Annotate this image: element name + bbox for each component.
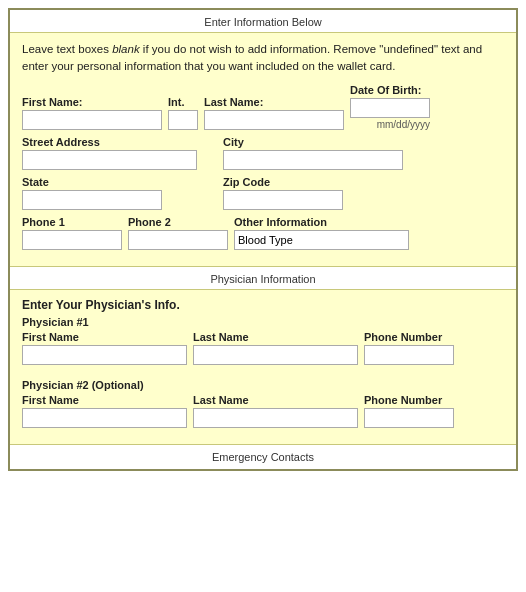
state-input[interactable] bbox=[22, 190, 162, 210]
phys1-first-input[interactable] bbox=[22, 345, 187, 365]
dob-input[interactable] bbox=[350, 98, 430, 118]
phys2-first-input[interactable] bbox=[22, 408, 187, 428]
physician-header: Physician Information bbox=[210, 273, 315, 285]
city-input[interactable] bbox=[223, 150, 403, 170]
phys1-phone-label: Phone Number bbox=[364, 331, 454, 343]
int-label: Int. bbox=[168, 96, 198, 108]
physician1-label: Physician #1 bbox=[22, 316, 504, 328]
zip-label: Zip Code bbox=[223, 176, 343, 188]
int-input[interactable] bbox=[168, 110, 198, 130]
phone1-input[interactable] bbox=[22, 230, 122, 250]
last-name-label: Last Name: bbox=[204, 96, 344, 108]
state-label: State bbox=[22, 176, 162, 188]
emergency-header: Emergency Contacts bbox=[212, 451, 314, 463]
phys2-first-label: First Name bbox=[22, 394, 187, 406]
physician-intro: Enter Your Physician's Info. bbox=[22, 298, 504, 312]
city-label: City bbox=[223, 136, 403, 148]
phys1-phone-input[interactable] bbox=[364, 345, 454, 365]
phys1-last-label: Last Name bbox=[193, 331, 358, 343]
phys1-last-input[interactable] bbox=[193, 345, 358, 365]
phone2-label: Phone 2 bbox=[128, 216, 228, 228]
dob-hint: mm/dd/yyyy bbox=[350, 119, 430, 130]
street-label: Street Address bbox=[22, 136, 197, 148]
page-title: Enter Information Below bbox=[204, 16, 321, 28]
zip-input[interactable] bbox=[223, 190, 343, 210]
first-name-input[interactable] bbox=[22, 110, 162, 130]
phys2-phone-label: Phone Number bbox=[364, 394, 454, 406]
dob-label: Date Of Birth: bbox=[350, 84, 430, 96]
phys2-last-input[interactable] bbox=[193, 408, 358, 428]
instructions-text: Leave text boxes blank if you do not wis… bbox=[22, 41, 504, 76]
street-input[interactable] bbox=[22, 150, 197, 170]
phone2-input[interactable] bbox=[128, 230, 228, 250]
physician2-label: Physician #2 (Optional) bbox=[22, 379, 504, 391]
phys2-phone-input[interactable] bbox=[364, 408, 454, 428]
last-name-input[interactable] bbox=[204, 110, 344, 130]
phys1-first-label: First Name bbox=[22, 331, 187, 343]
phys2-last-label: Last Name bbox=[193, 394, 358, 406]
other-label: Other Information bbox=[234, 216, 409, 228]
phone1-label: Phone 1 bbox=[22, 216, 122, 228]
other-input[interactable] bbox=[234, 230, 409, 250]
first-name-label: First Name: bbox=[22, 96, 162, 108]
